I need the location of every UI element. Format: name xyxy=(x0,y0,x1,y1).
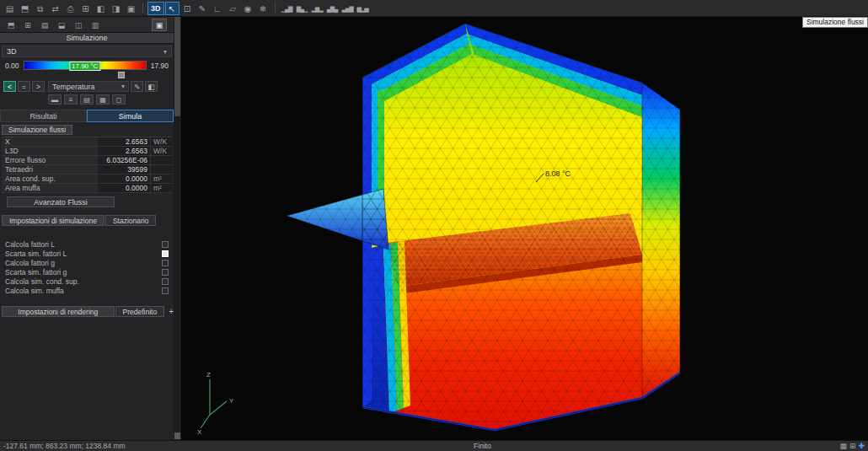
result-value: 6.03256E-06 xyxy=(98,156,150,164)
panel-left-icon[interactable]: ◧ xyxy=(94,2,108,15)
list-item: Calcola sim. muffa xyxy=(0,286,174,295)
view-mode-dropdown[interactable]: 3D ▾ xyxy=(2,46,172,57)
settings-tabs: Impostazioni di simulazione Stazionario xyxy=(0,215,174,226)
tab-stazionario[interactable]: Stazionario xyxy=(105,215,157,226)
result-value: 0.0000 xyxy=(98,174,150,183)
visibility-icon[interactable]: ◉ xyxy=(241,2,255,15)
compare-equal-button[interactable]: = xyxy=(18,81,30,92)
sidebar-scrollbar[interactable] xyxy=(174,17,181,440)
axes-toggle-icon[interactable]: ✚ xyxy=(858,442,865,450)
dock-grid-icon[interactable]: ⊞ xyxy=(20,19,35,31)
dock-top-icon[interactable]: ⬒ xyxy=(3,19,19,31)
thermal-model[interactable]: 8.08 °C xyxy=(181,17,868,440)
print-icon[interactable]: ⎙ xyxy=(63,2,78,15)
result-unit: m² xyxy=(150,184,172,192)
tab-risultati[interactable]: Risultati xyxy=(0,110,87,122)
area-select-icon[interactable]: ⊡ xyxy=(180,2,195,15)
dock-bottom-icon[interactable]: ⬓ xyxy=(54,19,69,31)
color-picker-icon[interactable]: ◧ xyxy=(145,81,158,92)
legend-gradient-bar[interactable]: 17.90 °C xyxy=(24,61,147,70)
cursor-coordinates: -127.61 mm; 863.23 mm; 1238.84 mm xyxy=(3,442,126,450)
scrollbar-thumb[interactable] xyxy=(174,17,180,116)
option-checkbox[interactable] xyxy=(162,250,169,257)
tab-impostazioni-rendering[interactable]: Impostazioni di rendering xyxy=(2,306,115,317)
chart-bars-icon[interactable]: ▁▄▇ xyxy=(280,2,294,15)
cut-plane-icon[interactable]: ▱ xyxy=(226,2,240,15)
legend-slider xyxy=(5,71,169,79)
compare-less-button[interactable]: < xyxy=(3,81,16,92)
open-file-icon[interactable]: ⬒ xyxy=(18,2,32,15)
display-mode-row: ▬ ≡ ▤ ▦ ◻ xyxy=(0,92,174,106)
display-transparent-icon[interactable]: ◻ xyxy=(112,94,126,105)
list-item: Calcola fattori L xyxy=(0,239,174,249)
measure-corner-icon[interactable]: ∟ xyxy=(211,2,225,15)
table-view-icon[interactable]: ⊞ xyxy=(849,442,856,450)
advanced-flux-button[interactable]: Avanzato Flussi xyxy=(7,196,115,207)
copy-icon[interactable]: ⧉ xyxy=(33,2,47,15)
x-axis xyxy=(201,415,210,428)
view-3d-button[interactable]: 3D xyxy=(147,2,164,15)
results-table: X 2.6563 W/K L3D 2.6563 W/K Errore fluss… xyxy=(2,137,172,193)
tab-predefinito[interactable]: Predefinito xyxy=(115,306,165,317)
chart-histogram-icon[interactable]: ▂▆▂ xyxy=(310,2,324,15)
table-row: L3D 2.6563 W/K xyxy=(2,147,172,156)
dock-rows-icon[interactable]: ▤ xyxy=(37,19,52,31)
result-label: Area cond. sup. xyxy=(2,174,98,183)
select-cursor-icon[interactable]: ↖ xyxy=(165,2,179,15)
chart-mixed-icon[interactable]: ▆▂▅ xyxy=(356,2,370,15)
legend-max: 17.90 xyxy=(151,62,169,70)
list-item: Scarta sim. fattori g xyxy=(0,267,174,277)
display-rows-icon[interactable]: ▤ xyxy=(80,94,94,105)
chevron-down-icon: ▾ xyxy=(121,83,125,90)
dock-columns-icon[interactable]: ▥ xyxy=(88,19,103,31)
option-label: Calcola fattori g xyxy=(5,259,162,267)
option-checkbox[interactable] xyxy=(162,287,169,294)
rendering-tabs: Impostazioni di rendering Predefinito + xyxy=(0,306,174,317)
draw-icon[interactable]: ✎ xyxy=(196,2,210,15)
chart-peak-icon[interactable]: ▄▇▄ xyxy=(325,2,340,15)
result-label: X xyxy=(2,137,98,146)
display-solid-icon[interactable]: ▬ xyxy=(48,94,62,105)
quantity-controls: < = > Temperatura ▾ ✎ ◧ xyxy=(0,79,174,92)
compare-greater-button[interactable]: > xyxy=(32,81,45,92)
result-value: 2.6563 xyxy=(98,147,150,155)
results-tabs: Risultati Simula xyxy=(0,110,174,122)
result-label: Tetraedri xyxy=(2,165,98,174)
quantity-dropdown[interactable]: Temperatura ▾ xyxy=(48,81,129,92)
table-row: X 2.6563 W/K xyxy=(2,137,172,147)
display-grid-icon[interactable]: ▦ xyxy=(96,94,110,105)
option-label: Calcola sim. muffa xyxy=(5,287,162,295)
dock-split-icon[interactable]: ◫ xyxy=(71,19,86,31)
result-unit xyxy=(150,165,172,174)
panel-right-icon[interactable]: ◨ xyxy=(109,2,123,15)
option-checkbox[interactable] xyxy=(162,260,169,266)
mesh-icon[interactable]: ❄ xyxy=(256,2,271,15)
legend-slider-handle[interactable] xyxy=(118,72,125,78)
chart-desc-icon[interactable]: ▇▄▁ xyxy=(295,2,309,15)
chart-asc-icon[interactable]: ▃▅▇ xyxy=(340,2,355,15)
list-item: Calcola sim. cond. sup. xyxy=(0,277,174,286)
option-checkbox[interactable] xyxy=(162,241,169,248)
display-wireframe-icon[interactable]: ≡ xyxy=(64,94,78,105)
print-preview-icon[interactable]: ⊞ xyxy=(78,2,93,15)
new-file-icon[interactable]: ▤ xyxy=(3,2,17,15)
option-label: Scarta sim. fattori L xyxy=(5,250,162,258)
result-value: 2.6563 xyxy=(98,137,150,146)
panel-full-icon[interactable]: ▣ xyxy=(124,2,138,15)
tab-impostazioni-simulazione[interactable]: Impostazioni di simulazione xyxy=(2,215,104,226)
dock-active-icon[interactable]: ▣ xyxy=(152,19,167,31)
3d-viewport[interactable]: Simulazione flussi xyxy=(181,17,868,440)
option-checkbox[interactable] xyxy=(162,269,169,276)
tab-simula[interactable]: Simula xyxy=(87,110,174,122)
edit-scale-icon[interactable]: ✎ xyxy=(131,81,143,92)
mesh-overlay xyxy=(642,83,680,398)
result-label: Errore flusso xyxy=(2,156,98,164)
result-value: 39599 xyxy=(98,165,150,174)
flux-section-header[interactable]: Simulazione flussi xyxy=(2,125,72,135)
simulation-options: Calcola fattori L Scarta sim. fattori L … xyxy=(0,239,174,295)
grid-view-icon[interactable]: ▦ xyxy=(839,442,847,450)
import-export-icon[interactable]: ⇄ xyxy=(48,2,62,15)
option-label: Scarta sim. fattori g xyxy=(5,268,162,277)
option-checkbox[interactable] xyxy=(162,278,169,285)
statusbar-icons: ▦ ⊞ ✚ xyxy=(839,442,865,450)
